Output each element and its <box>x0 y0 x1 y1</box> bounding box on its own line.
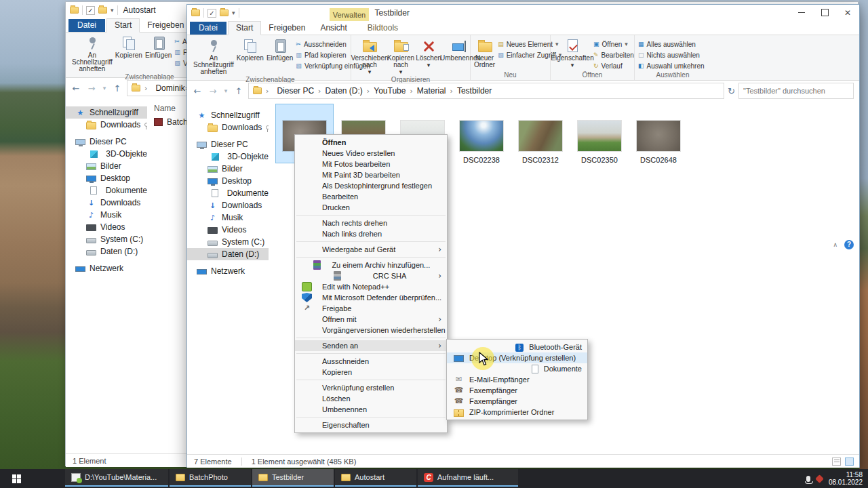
titlebar[interactable]: ✓ ▾ Verwalten Testbilder ✕ <box>187 5 859 21</box>
ribbon-tab[interactable]: Start <box>228 21 261 35</box>
context-menu-item[interactable]: Mit Microsoft Defender überprüfen... <box>295 292 447 303</box>
paste-button[interactable]: Einfügen <box>144 34 173 59</box>
file-thumbnail[interactable]: DSC02648 <box>629 104 688 163</box>
pin-to-quick-access-button[interactable]: An Schnellzugriff anheften <box>71 34 114 73</box>
breadcrumb-item[interactable]: › Daten (D:) <box>318 86 363 96</box>
context-menu-item[interactable]: Zu einem Archiv hinzufügen... <box>295 260 447 270</box>
select-all-button[interactable]: ▦Alles auswählen <box>638 39 705 49</box>
sidebar-item[interactable]: ↓ Downloads <box>66 197 147 209</box>
context-menu-item[interactable] <box>296 241 446 242</box>
sidebar-item[interactable]: Downloads <box>187 121 269 134</box>
ribbon-tab[interactable]: Start <box>106 18 140 33</box>
context-menu-item[interactable]: Öffnen mit › <box>295 314 447 325</box>
refresh-icon[interactable]: ↻ <box>728 86 735 96</box>
context-menu-item[interactable]: Edit with Notepad++ <box>295 281 447 292</box>
context-menu-item[interactable]: Drucken <box>295 202 447 213</box>
sidebar-item[interactable]: Netzwerk <box>66 262 147 274</box>
context-menu-item[interactable]: Als Desktophintergrund festlegen <box>295 180 447 191</box>
send-to-menu-item[interactable]: ✉ E-Mail-Empfänger <box>447 374 587 385</box>
invert-selection-button[interactable]: ◧Auswahl umkehren <box>638 61 705 70</box>
context-menu-item[interactable]: Ausschneiden <box>295 356 447 367</box>
sidebar-item[interactable]: ★ Schnellzugriff <box>66 106 147 119</box>
context-menu-item[interactable]: Öffnen <box>295 137 447 148</box>
microphone-icon[interactable] <box>806 476 810 482</box>
context-menu-item[interactable]: Senden an › <box>295 340 447 351</box>
sidebar-item[interactable]: ♪ Musik <box>187 211 269 224</box>
taskbar-button[interactable]: C Aufnahme läuft... <box>418 469 518 487</box>
sidebar-item[interactable]: Dieser PC <box>187 138 269 150</box>
new-folder-button[interactable]: Neuer Ordner <box>473 37 496 68</box>
context-menu-item[interactable] <box>296 257 446 258</box>
sidebar-item[interactable]: Dokumente <box>66 184 147 197</box>
forward-icon[interactable]: → <box>207 86 219 96</box>
sidebar-item[interactable]: Daten (D:) <box>66 245 147 258</box>
delete-button[interactable]: Löschen▾ <box>416 37 441 68</box>
maximize-button[interactable] <box>813 5 836 20</box>
sidebar-item[interactable]: Bilder <box>66 160 147 172</box>
back-icon[interactable]: ← <box>191 86 203 96</box>
context-menu-item[interactable]: Eigenschaften <box>295 420 447 430</box>
up-icon[interactable]: ↑ <box>233 86 245 96</box>
qat-checkbox-icon[interactable]: ✓ <box>208 9 216 18</box>
properties-button[interactable]: Eigenschaften▾ <box>553 37 592 68</box>
forward-icon[interactable]: → <box>85 83 98 94</box>
context-menu-item[interactable]: Mit Paint 3D bearbeiten <box>295 169 447 180</box>
open-button[interactable]: ▣Öffnen▾ <box>593 39 634 49</box>
taskbar-button[interactable]: Testbilder <box>252 469 334 487</box>
up-icon[interactable]: ↑ <box>111 83 123 94</box>
start-button[interactable] <box>0 469 33 488</box>
sidebar-item[interactable]: 3D-Objekte <box>187 150 269 163</box>
breadcrumb-item[interactable]: › Material <box>410 86 446 96</box>
ribbon-tab[interactable]: Ansicht <box>313 22 354 35</box>
move-to-button[interactable]: Verschieben nach▾ <box>353 37 386 75</box>
ribbon-tab[interactable]: Bildtools <box>360 22 406 35</box>
breadcrumb-item[interactable]: Dominik <box>151 83 184 93</box>
close-button[interactable]: ✕ <box>836 5 859 20</box>
context-menu-item[interactable]: Nach links drehen <box>295 228 447 239</box>
sidebar-item[interactable]: Netzwerk <box>187 265 269 277</box>
sidebar-item[interactable]: Downloads <box>66 119 147 131</box>
send-to-menu-item[interactable]: ᛒ Bluetooth-Gerät <box>447 342 587 352</box>
context-menu-item[interactable]: Bearbeiten <box>295 191 447 202</box>
pin-to-quick-access-button[interactable]: An Schnellzugriff anheften <box>192 37 235 75</box>
send-to-menu-item[interactable]: ☎ Faxempfänger <box>447 396 587 407</box>
context-menu-item[interactable] <box>296 338 446 338</box>
ribbon-tab[interactable]: Datei <box>68 19 105 32</box>
qat-folder-icon[interactable] <box>98 7 107 14</box>
ribbon-tab[interactable]: Freigeben <box>261 22 313 35</box>
clock[interactable]: 11:58 08.01.2022 <box>829 471 863 486</box>
context-menu-item[interactable]: Mit Fotos bearbeiten <box>295 159 447 169</box>
context-menu-item[interactable]: Löschen <box>295 393 447 404</box>
collapse-ribbon-icon[interactable]: ∧ <box>833 241 837 248</box>
breadcrumb-item[interactable]: › Testbilder <box>450 86 492 96</box>
help-icon[interactable]: ? <box>844 240 854 249</box>
context-menu-item[interactable] <box>296 417 446 418</box>
context-menu-item[interactable] <box>296 215 446 216</box>
sidebar-item[interactable]: Videos <box>187 224 269 236</box>
context-menu-item[interactable] <box>296 380 446 380</box>
qat-dropdown-icon[interactable]: ▾ <box>232 9 235 16</box>
taskbar-button[interactable]: D:\YouTube\Materia... <box>65 469 168 487</box>
file-thumbnail[interactable]: DSC02238 <box>452 104 511 163</box>
ribbon-tab[interactable]: Datei <box>190 22 226 35</box>
taskbar-button[interactable]: BatchPhoto <box>170 469 251 487</box>
qat-folder-icon[interactable] <box>220 9 229 16</box>
qat-checkbox-icon[interactable]: ✓ <box>86 6 95 15</box>
taskbar-button[interactable]: Autostart <box>335 469 416 487</box>
copy-to-button[interactable]: Kopieren nach▾ <box>386 37 416 75</box>
sidebar-item[interactable]: Videos <box>66 221 147 233</box>
edit-button[interactable]: ✎Bearbeiten <box>593 50 634 60</box>
context-menu-item[interactable] <box>296 353 446 354</box>
context-menu-item[interactable]: ↗ Freigabe <box>295 303 447 314</box>
context-menu-item[interactable]: Wiedergabe auf Gerät › <box>295 244 447 255</box>
context-menu-item[interactable]: Nach rechts drehen <box>295 218 447 228</box>
send-to-menu-item[interactable]: Dokumente <box>447 363 587 374</box>
sidebar-item[interactable]: Desktop <box>187 175 269 187</box>
context-menu-item[interactable]: Umbenennen <box>295 404 447 415</box>
sidebar-item[interactable]: ↓ Downloads <box>187 199 269 211</box>
sidebar-item[interactable]: Dokumente <box>187 187 269 199</box>
breadcrumb[interactable]: › Dieser PC › Daten (D:) › YouTube › Mat… <box>248 83 724 99</box>
select-none-button[interactable]: □Nichts auswählen <box>638 50 705 60</box>
sidebar-item[interactable]: Daten (D:) <box>187 248 269 260</box>
context-menu-item[interactable]: Vorgängerversionen wiederherstellen <box>295 325 447 336</box>
